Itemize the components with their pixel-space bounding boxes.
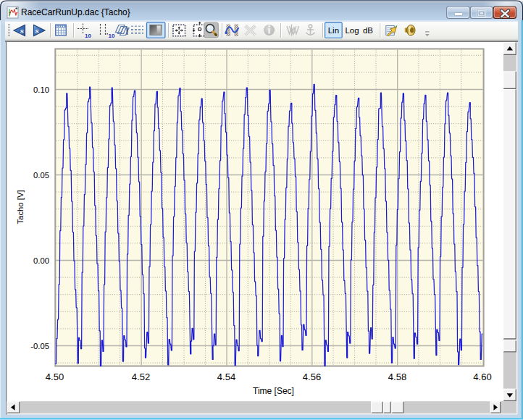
svg-text:-0.05: -0.05 (30, 342, 49, 350)
svg-text:4.50: 4.50 (46, 371, 64, 382)
svg-text:S: S (20, 28, 25, 35)
svg-text:Log: Log (345, 26, 359, 35)
svg-text:4.60: 4.60 (473, 371, 491, 382)
svg-text:0.00: 0.00 (33, 256, 49, 265)
svg-text:10: 10 (109, 33, 115, 39)
svg-text:RaceCarRunUp.dac {Tacho}: RaceCarRunUp.dac {Tacho} (21, 7, 130, 17)
svg-text:10: 10 (85, 33, 91, 39)
svg-text:Time [Sec]: Time [Sec] (253, 386, 294, 396)
svg-text:0.10: 0.10 (33, 85, 49, 94)
svg-text:0.05: 0.05 (33, 171, 49, 180)
svg-text:4.58: 4.58 (388, 371, 406, 382)
svg-text:Lin: Lin (328, 26, 339, 35)
svg-text:Tacho [V]: Tacho [V] (16, 190, 25, 224)
svg-text:S: S (35, 28, 39, 35)
svg-text:4.52: 4.52 (132, 371, 150, 382)
svg-text:dB: dB (363, 26, 373, 35)
svg-text:4.56: 4.56 (303, 371, 321, 382)
svg-text:4.54: 4.54 (217, 371, 235, 382)
